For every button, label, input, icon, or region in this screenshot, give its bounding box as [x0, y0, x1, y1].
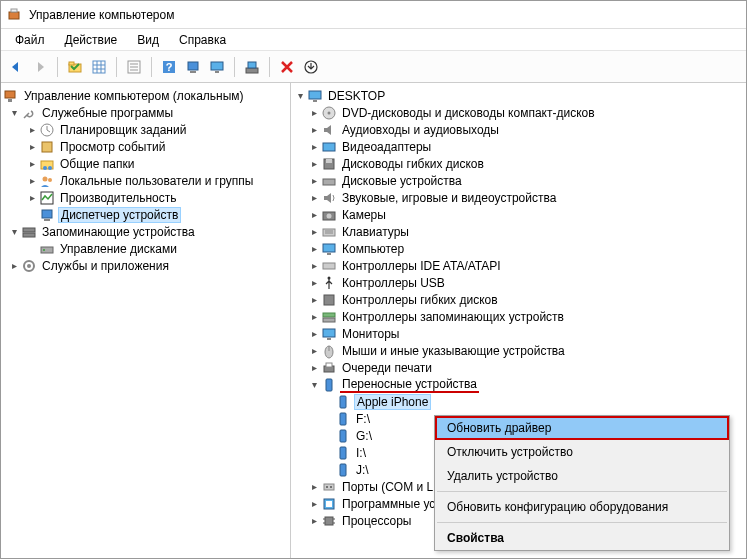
device-category[interactable]: ▸Контроллеры IDE ATA/ATAPI: [293, 257, 744, 274]
menu-help[interactable]: Справка: [169, 31, 236, 49]
device-category[interactable]: ▸Мониторы: [293, 325, 744, 342]
devmgr-button[interactable]: [182, 56, 204, 78]
svg-rect-3: [69, 62, 74, 65]
ctx-disable-device[interactable]: Отключить устройство: [435, 440, 729, 464]
device-portable[interactable]: ▾Переносные устройства: [293, 376, 744, 393]
svg-rect-18: [215, 71, 219, 73]
ctx-scan-hardware[interactable]: Обновить конфигурацию оборудования: [435, 495, 729, 519]
chevron-right-icon[interactable]: ▸: [307, 259, 321, 273]
chevron-right-icon[interactable]: ▸: [307, 157, 321, 171]
chevron-down-icon[interactable]: ▾: [7, 225, 21, 239]
tree-performance[interactable]: ▸Производительность: [3, 189, 288, 206]
chevron-right-icon[interactable]: ▸: [307, 276, 321, 290]
svg-rect-36: [41, 247, 53, 253]
forward-button[interactable]: [29, 56, 51, 78]
chevron-right-icon[interactable]: ▸: [25, 191, 39, 205]
tree-local-users[interactable]: ▸Локальные пользователи и группы: [3, 172, 288, 189]
chevron-right-icon[interactable]: ▸: [307, 140, 321, 154]
chevron-right-icon[interactable]: ▸: [307, 174, 321, 188]
grid-button[interactable]: [88, 56, 110, 78]
tree-event-viewer[interactable]: ▸Просмотр событий: [3, 138, 288, 155]
tree-storage[interactable]: ▾Запоминающие устройства: [3, 223, 288, 240]
help-button[interactable]: ?: [158, 56, 180, 78]
sound-icon: [321, 190, 337, 206]
device-category[interactable]: ▸Очереди печати: [293, 359, 744, 376]
device-category[interactable]: ▸Контроллеры запоминающих устройств: [293, 308, 744, 325]
delete-button[interactable]: [276, 56, 298, 78]
chevron-down-icon[interactable]: ▾: [307, 378, 321, 392]
display-adapter-icon: [321, 139, 337, 155]
chevron-right-icon[interactable]: ▸: [307, 361, 321, 375]
device-category[interactable]: ▸Компьютер: [293, 240, 744, 257]
chevron-right-icon[interactable]: ▸: [307, 106, 321, 120]
tree-device-manager[interactable]: Диспетчер устройств: [3, 206, 288, 223]
device-category[interactable]: ▸Звуковые, игровые и видеоустройства: [293, 189, 744, 206]
tree-services[interactable]: ▸Службы и приложения: [3, 257, 288, 274]
chevron-right-icon[interactable]: ▸: [307, 191, 321, 205]
device-category[interactable]: ▸Контроллеры USB: [293, 274, 744, 291]
chevron-right-icon[interactable]: ▸: [307, 208, 321, 222]
device-root[interactable]: ▾DESKTOP: [293, 87, 744, 104]
chevron-right-icon[interactable]: ▸: [307, 242, 321, 256]
svg-rect-35: [23, 233, 35, 237]
tree-disk-mgmt[interactable]: Управление дисками: [3, 240, 288, 257]
menubar: Файл Действие Вид Справка: [1, 29, 746, 51]
device-category[interactable]: ▸Контроллеры гибких дисков: [293, 291, 744, 308]
computer-icon: [321, 241, 337, 257]
dvd-icon: [321, 105, 337, 121]
ctx-remove-device[interactable]: Удалить устройство: [435, 464, 729, 488]
device-category[interactable]: ▸Клавиатуры: [293, 223, 744, 240]
svg-rect-22: [5, 91, 15, 98]
folder-share-icon: [39, 156, 55, 172]
chevron-right-icon[interactable]: ▸: [307, 123, 321, 137]
tree-task-scheduler[interactable]: ▸Планировщик заданий: [3, 121, 288, 138]
tree-system-tools[interactable]: ▾Служебные программы: [3, 104, 288, 121]
svg-rect-68: [340, 413, 346, 425]
chevron-right-icon[interactable]: ▸: [25, 174, 39, 188]
ctx-properties[interactable]: Свойства: [435, 526, 729, 550]
chevron-right-icon[interactable]: ▸: [25, 157, 39, 171]
svg-point-37: [43, 249, 45, 251]
back-button[interactable]: [5, 56, 27, 78]
chevron-right-icon[interactable]: ▸: [307, 344, 321, 358]
install-driver-button[interactable]: [300, 56, 322, 78]
device-category[interactable]: ▸Дисководы гибких дисков: [293, 155, 744, 172]
clock-icon: [39, 122, 55, 138]
device-apple-iphone[interactable]: Apple iPhone: [293, 393, 744, 410]
device-category[interactable]: ▸DVD-дисководы и дисководы компакт-диско…: [293, 104, 744, 121]
chevron-right-icon[interactable]: ▸: [307, 497, 321, 511]
device-category[interactable]: ▸Мыши и иные указывающие устройства: [293, 342, 744, 359]
chevron-right-icon[interactable]: ▸: [25, 140, 39, 154]
chevron-down-icon[interactable]: ▾: [7, 106, 21, 120]
device-category[interactable]: ▸Аудиовходы и аудиовыходы: [293, 121, 744, 138]
chevron-right-icon[interactable]: ▸: [307, 514, 321, 528]
performance-icon: [39, 190, 55, 206]
menu-file[interactable]: Файл: [5, 31, 55, 49]
chevron-right-icon[interactable]: ▸: [307, 293, 321, 307]
menu-action[interactable]: Действие: [55, 31, 128, 49]
menu-view[interactable]: Вид: [127, 31, 169, 49]
usb-icon: [321, 275, 337, 291]
chevron-down-icon[interactable]: ▾: [293, 89, 307, 103]
device-category[interactable]: ▸Видеоадаптеры: [293, 138, 744, 155]
tools-icon: [21, 105, 37, 121]
disk-button[interactable]: [241, 56, 263, 78]
chevron-right-icon[interactable]: ▸: [307, 310, 321, 324]
ctx-update-driver[interactable]: Обновить драйвер: [435, 416, 729, 440]
folder-button[interactable]: [64, 56, 86, 78]
tree-root[interactable]: Управление компьютером (локальным): [3, 87, 288, 104]
device-category[interactable]: ▸Камеры: [293, 206, 744, 223]
svg-rect-16: [190, 71, 196, 73]
toolbar-separator: [57, 57, 58, 77]
chevron-right-icon[interactable]: ▸: [7, 259, 21, 273]
chevron-right-icon[interactable]: ▸: [307, 225, 321, 239]
chevron-right-icon[interactable]: ▸: [307, 480, 321, 494]
svg-point-43: [328, 111, 331, 114]
monitor-button[interactable]: [206, 56, 228, 78]
svg-rect-1: [11, 9, 17, 12]
chevron-right-icon[interactable]: ▸: [25, 123, 39, 137]
list-button[interactable]: [123, 56, 145, 78]
tree-shared-folders[interactable]: ▸Общие папки: [3, 155, 288, 172]
chevron-right-icon[interactable]: ▸: [307, 327, 321, 341]
device-category[interactable]: ▸Дисковые устройства: [293, 172, 744, 189]
